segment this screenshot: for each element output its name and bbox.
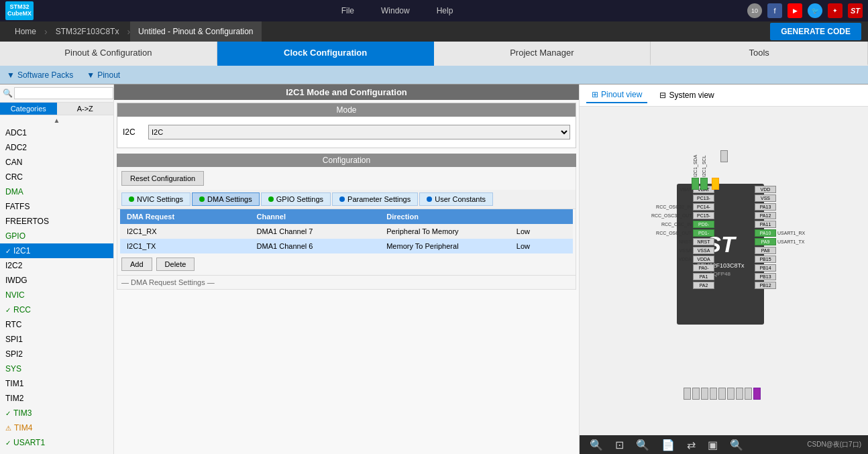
- view-tabs: ⊞ Pinout view ⊟ System view: [580, 84, 868, 107]
- spi1-label: SPI1: [5, 335, 23, 344]
- col-priority: [514, 211, 569, 222]
- pinout-view-tab[interactable]: ⊞ Pinout view: [586, 87, 647, 103]
- search-chip-button[interactable]: 🔍: [726, 439, 747, 451]
- table-row[interactable]: I2C1_TX DMA1 Channel 6 Memory To Periphe…: [120, 239, 573, 253]
- sidebar-item-spi1[interactable]: SPI1: [0, 332, 113, 347]
- delete-button[interactable]: Delete: [156, 258, 195, 271]
- grid-button[interactable]: ▣: [704, 439, 721, 451]
- tab-project-manager[interactable]: Project Manager: [434, 42, 651, 66]
- sidebar-tab-categories[interactable]: Categories: [0, 103, 57, 115]
- sidebar-item-dma[interactable]: DMA: [0, 184, 113, 199]
- tim3-label: TIM3: [13, 408, 32, 418]
- col-direction: Direction: [384, 211, 514, 222]
- pin-vss-box: VSS: [755, 194, 776, 202]
- add-button[interactable]: Add: [121, 258, 152, 271]
- sidebar-item-tim1[interactable]: TIM1: [0, 376, 113, 391]
- row2-direction: Memory To Peripheral: [384, 241, 514, 251]
- tab-pinout[interactable]: Pinout & Configuration: [0, 42, 217, 66]
- adc2-label: ADC2: [5, 143, 27, 152]
- sidebar-item-spi2[interactable]: SPI2: [0, 347, 113, 361]
- search-input[interactable]: [14, 87, 113, 99]
- sidebar-item-iwdg[interactable]: IWDG: [0, 273, 113, 288]
- top-pin-sda: I2C1_SDA: [692, 150, 699, 190]
- sidebar-item-adc2[interactable]: ADC2: [0, 140, 113, 155]
- menu-help[interactable]: Help: [437, 6, 453, 15]
- sidebar-item-rcc[interactable]: ✓ RCC: [0, 302, 113, 317]
- i2c2-label: I2C2: [5, 261, 22, 270]
- facebook-icon[interactable]: f: [767, 3, 782, 18]
- pin-pa0-box: PA0-: [693, 264, 714, 272]
- top-bar: STM32CubeMX File Window Help 10 f ▶ 🐦 ✦ …: [0, 0, 868, 21]
- zoom-out-button[interactable]: 🔍: [586, 439, 606, 451]
- sidebar-item-fatfs[interactable]: FATFS: [0, 199, 113, 214]
- settings-tab-parameter[interactable]: Parameter Settings: [332, 192, 418, 206]
- pin-nrst-box: NRST: [693, 238, 714, 245]
- subtab-software-packs[interactable]: ▼ Software Packs: [7, 70, 73, 80]
- sidebar-item-adc1[interactable]: ADC1: [0, 125, 113, 140]
- sidebar-item-sys[interactable]: SYS: [0, 361, 113, 376]
- system-view-tab[interactable]: ⊟ System view: [654, 88, 719, 103]
- sidebar-tab-atoz[interactable]: A->Z: [57, 103, 114, 115]
- sidebar-item-nvic[interactable]: NVIC: [0, 288, 113, 302]
- reset-config-button[interactable]: Reset Configuration: [121, 171, 204, 186]
- subtab-pinout[interactable]: ▼ Pinout: [87, 70, 120, 80]
- menu-window[interactable]: Window: [381, 6, 410, 15]
- st-social-icon[interactable]: ✦: [828, 3, 843, 18]
- menu-file[interactable]: File: [341, 6, 354, 15]
- settings-tab-nvic[interactable]: NVIC Settings: [121, 192, 191, 206]
- zoom-in-button[interactable]: 🔍: [633, 439, 653, 451]
- breadcrumb-device[interactable]: STM32F103C8Tx: [48, 21, 127, 42]
- tab-clock[interactable]: Clock Configuration: [217, 42, 434, 66]
- sidebar-item-can[interactable]: CAN: [0, 155, 113, 170]
- screenshot-button[interactable]: 📄: [658, 439, 678, 451]
- sidebar-item-tim3[interactable]: ✓ TIM3: [0, 406, 113, 420]
- col-dma-request: DMA Request: [124, 211, 254, 222]
- subtab-pinout-arrow: ▼: [87, 70, 95, 80]
- pin-pd0-box: PD0-: [693, 221, 714, 228]
- dma-dot: [199, 196, 205, 202]
- sidebar-item-freertos[interactable]: FREERTOS: [0, 214, 113, 229]
- tim4-warn-icon: ⚠: [5, 424, 11, 432]
- sidebar-item-i2c2[interactable]: I2C2: [0, 258, 113, 273]
- config-header: Configuration: [117, 154, 576, 167]
- sidebar-item-i2c1[interactable]: ✓ I2C1: [0, 243, 113, 258]
- mode-select[interactable]: I2C SMBus-Alert-mode SMBus-Two-Wire-Inte…: [148, 125, 570, 139]
- sidebar-item-tim4[interactable]: ⚠ TIM4: [0, 420, 113, 435]
- settings-tab-gpio[interactable]: GPIO Settings: [261, 192, 331, 206]
- pin-pa9: PA9 USART1_TX: [755, 238, 824, 245]
- sidebar: 🔍 ▼ ⚙ Categories A->Z ▲ ADC1 ADC2 CAN CR…: [0, 84, 114, 454]
- sidebar-item-tim2[interactable]: TIM2: [0, 391, 113, 406]
- dma-settings-label: ― DMA Request Settings ―: [117, 275, 576, 289]
- settings-tab-dma[interactable]: DMA Settings: [192, 192, 260, 206]
- search-icon: 🔍: [3, 89, 13, 98]
- adc1-label: ADC1: [5, 128, 27, 137]
- bot-pin-7: [736, 388, 743, 400]
- st-logo-icon[interactable]: ST: [848, 3, 863, 18]
- table-row[interactable]: I2C1_RX DMA1 Channel 7 Peripheral To Mem…: [120, 224, 573, 239]
- i2c1-label: I2C1: [13, 246, 30, 256]
- sidebar-item-gpio[interactable]: GPIO: [0, 229, 113, 243]
- rotate-button[interactable]: ⇄: [684, 439, 699, 451]
- crc-label: CRC: [5, 172, 23, 182]
- settings-tab-user-constants[interactable]: User Constants: [419, 192, 493, 206]
- sidebar-item-crc[interactable]: CRC: [0, 170, 113, 184]
- sidebar-item-usart2[interactable]: USART2: [0, 450, 113, 454]
- pin-pa11-box: PA11: [755, 221, 776, 228]
- top-pins: I2C1_SDA I2C1_SCL: [692, 150, 728, 190]
- breadcrumb-home[interactable]: Home: [7, 21, 44, 42]
- sidebar-item-rtc[interactable]: RTC: [0, 317, 113, 332]
- tab-tools[interactable]: Tools: [651, 42, 868, 66]
- breadcrumb-config[interactable]: Untitled - Pinout & Configuration: [130, 21, 261, 42]
- sidebar-item-usart1[interactable]: ✓ USART1: [0, 435, 113, 450]
- pin-pd0: RCC_OSC_IN PD0-: [651, 221, 714, 228]
- dma-table-header: DMA Request Channel Direction: [120, 209, 573, 224]
- bot-pin-3: [701, 388, 708, 400]
- twitter-icon[interactable]: 🐦: [808, 3, 822, 18]
- youtube-icon[interactable]: ▶: [788, 3, 802, 18]
- settings-tabs-row: NVIC Settings DMA Settings GPIO Settings…: [117, 190, 576, 209]
- top-pin-scl-box: [700, 178, 708, 190]
- pin-pa9-box: PA9: [755, 238, 776, 245]
- generate-code-button[interactable]: GENERATE CODE: [770, 23, 861, 40]
- pin-pb15: PB15: [755, 256, 824, 263]
- fit-view-button[interactable]: ⊡: [612, 439, 627, 451]
